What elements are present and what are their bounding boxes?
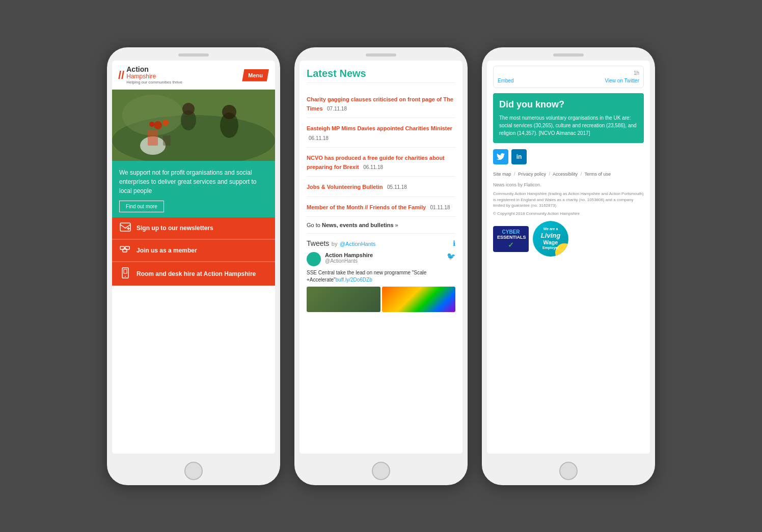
hero-image: [112, 90, 275, 161]
tweet-author-handle: @ActionHants: [325, 258, 373, 264]
news-item-link-4[interactable]: Jobs & Volunteering Bulletin: [307, 184, 383, 190]
footer-copyright: © Copyright 2018 Community Action Hampsh…: [493, 211, 644, 216]
svg-point-13: [149, 122, 154, 127]
news-item-1: Charity gagging clauses criticised on fr…: [307, 89, 455, 119]
room-hire-label: Room and desk hire at Action Hampshire: [137, 270, 256, 277]
tweet-bird-icon: 🐦: [447, 252, 455, 260]
embed-link[interactable]: Embed: [498, 78, 514, 83]
svg-point-11: [154, 121, 162, 129]
news-item-4: Jobs & Volunteering Bulletin 05.11.18: [307, 177, 455, 197]
tweets-title-block: Tweets by @ActionHants: [307, 239, 375, 248]
living-wage-we-are: We are a: [541, 227, 560, 231]
logo-area: // Action Hampshire Helping our communit…: [118, 66, 182, 85]
news-item-3: NCVO has produced a free guide for chari…: [307, 148, 455, 177]
go-to-news: Go to News, events and bulletins »: [307, 217, 455, 234]
did-you-know-text: The most numerous voluntary organisation…: [499, 114, 638, 137]
did-you-know-box: Did you know? The most numerous voluntar…: [493, 93, 644, 143]
footer-news-icons-note: News icons by Flaticon.: [493, 182, 644, 188]
news-item-date-2: 06.11.18: [309, 135, 329, 141]
tweet-author-name: Action Hampshire: [325, 252, 373, 258]
banner-text: We support not for profit organisations …: [119, 168, 268, 195]
footer-links: Site map / Privacy policy / Accessibilit…: [493, 171, 644, 178]
news-item-link-5[interactable]: Member of the Month // Friends of the Fa…: [307, 204, 426, 210]
living-wage-text: We are a Living Wage Employer: [541, 227, 560, 250]
svg-point-7: [222, 105, 236, 119]
news-item-date-5: 01.11.18: [430, 205, 450, 210]
cyber-title: CYBER: [497, 229, 525, 235]
phone2-content: Latest News Charity gagging clauses crit…: [300, 61, 462, 454]
tweet-avatar: [307, 252, 321, 266]
svg-rect-10: [163, 135, 171, 146]
news-item-date-1: 07.11.18: [327, 106, 347, 111]
phone-home-btn-1: [184, 462, 203, 480]
phone-notch-3: [553, 53, 584, 57]
go-to-prefix: Go to: [307, 222, 322, 228]
svg-point-2: [122, 95, 183, 135]
living-wage-employer: Employer: [541, 246, 560, 250]
logo-tagline: Helping our communities thrive: [126, 80, 182, 85]
green-banner: We support not for profit organisations …: [112, 161, 275, 217]
tweet-img-1: [307, 287, 380, 312]
badges-row: CYBER ESSENTIALS ✓ We are a Living Wage …: [493, 221, 644, 257]
phone-3: 1h Embed View on Twitter Did you know? T…: [482, 47, 655, 485]
member-label: Join us as a member: [137, 247, 197, 254]
svg-point-12: [162, 120, 169, 126]
menu-button[interactable]: Menu: [242, 69, 269, 81]
logo-hampshire: Hampshire: [126, 73, 182, 80]
phone1-header: // Action Hampshire Helping our communit…: [112, 61, 275, 90]
phone-home-btn-2: [372, 462, 390, 480]
newsletters-link-row[interactable]: Sign up to our newsletters: [112, 217, 275, 240]
cyber-checkmark-icon: ✓: [497, 241, 525, 249]
phone3-content: 1h Embed View on Twitter Did you know? T…: [487, 61, 650, 454]
tweets-by: by: [332, 241, 338, 247]
tweet-img-2: [382, 287, 456, 312]
tweet-author-row: Action Hampshire @ActionHants 🐦: [307, 252, 455, 266]
svg-rect-14: [120, 223, 130, 231]
twitter-social-icon[interactable]: [493, 149, 508, 164]
newsletters-label: Sign up to our newsletters: [137, 225, 213, 232]
tweets-handle[interactable]: @ActionHants: [340, 241, 375, 247]
svg-point-5: [182, 103, 195, 115]
cyber-subtitle: ESSENTIALS: [497, 235, 525, 240]
news-item-2: Easteigh MP Mims Davies appointed Charit…: [307, 118, 455, 147]
room-hire-link-row[interactable]: Room and desk hire at Action Hampshire: [112, 262, 275, 286]
twitter-time: 1h: [634, 70, 639, 76]
tweet-link[interactable]: buff.ly/2Do6DZb: [336, 277, 372, 283]
logo-slashes: //: [118, 70, 124, 81]
tweet-text: SSE Central take the lead on new program…: [307, 269, 455, 284]
living-wage-wage: Wage: [541, 239, 560, 246]
member-icon: [119, 245, 131, 256]
tweets-header: Tweets by @ActionHants ℹ: [307, 239, 455, 248]
latest-news-title: Latest News: [307, 68, 455, 83]
go-to-link[interactable]: News, events and bulletins: [322, 222, 394, 228]
newsletter-icon: [119, 222, 131, 234]
logo-text-block: Action Hampshire Helping our communities…: [126, 66, 182, 85]
tweet-author-info: Action Hampshire @ActionHants: [325, 252, 373, 264]
room-icon: [119, 267, 131, 281]
news-item-5: Member of the Month // Friends of the Fa…: [307, 197, 455, 217]
news-item-date-4: 05.11.18: [387, 184, 407, 190]
phone-2: Latest News Charity gagging clauses crit…: [294, 47, 468, 485]
view-on-twitter-link[interactable]: View on Twitter: [605, 78, 639, 83]
member-link-row[interactable]: Join us as a member: [112, 240, 275, 262]
find-out-more-button[interactable]: Find out more: [119, 201, 164, 212]
twitter-card-footer: Embed View on Twitter: [498, 78, 639, 83]
linkedin-social-icon[interactable]: in: [511, 149, 527, 164]
phone-notch-1: [178, 53, 209, 57]
footer-legal-text: Community Action Hampshire (trading as A…: [493, 191, 644, 208]
twitter-card-top: 1h: [498, 70, 639, 76]
svg-rect-9: [148, 130, 158, 146]
tweet-image-strip: [307, 287, 455, 312]
living-wage-living: Living: [541, 232, 560, 240]
social-icons-row: in: [493, 149, 644, 164]
hero-svg: [112, 90, 275, 161]
living-wage-badge: We are a Living Wage Employer: [533, 221, 568, 257]
twitter-card: 1h Embed View on Twitter: [493, 66, 644, 88]
news-item-link-2[interactable]: Easteigh MP Mims Davies appointed Charit…: [307, 125, 452, 131]
logo-action: Action: [126, 66, 182, 73]
linkedin-label: in: [516, 153, 522, 160]
phone-screen-1: // Action Hampshire Helping our communit…: [112, 61, 275, 454]
phone-notch-2: [366, 53, 396, 57]
tweets-label: Tweets: [307, 239, 329, 247]
phone-home-btn-3: [559, 462, 578, 480]
